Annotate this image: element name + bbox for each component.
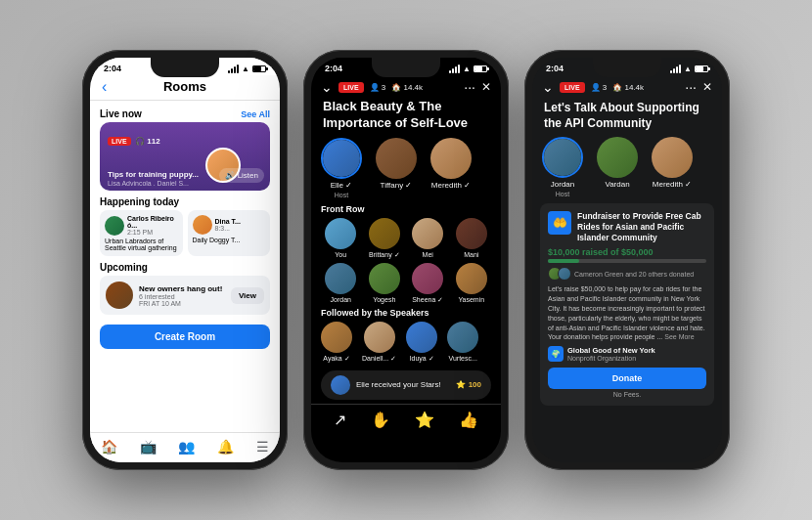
see-more-link[interactable]: See More bbox=[664, 333, 694, 340]
close-button-2[interactable]: ✕ bbox=[481, 80, 491, 94]
speaker-meredith-3[interactable]: Meredith ✓ bbox=[652, 137, 693, 197]
today-name-1: Dina T... bbox=[215, 218, 266, 225]
upcoming-title: New owners hang out! bbox=[139, 284, 225, 293]
nav-menu-icon[interactable]: ☰ bbox=[256, 439, 269, 455]
front-row-you[interactable]: You bbox=[321, 218, 361, 259]
followed-daniell[interactable]: Daniell... ✓ bbox=[362, 322, 396, 363]
today-card-0[interactable]: Carlos Ribeiro ó... 2:15 PM Urban Labrad… bbox=[100, 210, 183, 256]
today-time-0: 2:15 PM bbox=[127, 229, 178, 236]
front-row-avatar-you bbox=[325, 218, 356, 249]
notif-text: Elle received your Stars! bbox=[356, 380, 450, 389]
live-now-card[interactable]: LIVE 🎧 112 Tips for training puppy... Li… bbox=[100, 122, 270, 191]
upcoming-card[interactable]: New owners hang out! 6 interested FRI AT… bbox=[100, 276, 270, 315]
nav-home-icon[interactable]: 🏠 bbox=[101, 439, 117, 455]
speaker-avatar-meredith-3 bbox=[652, 137, 693, 178]
more-button-3[interactable]: ··· bbox=[685, 79, 697, 95]
front-row-avatar-mani bbox=[456, 218, 487, 249]
front-row-name-mani: Mani bbox=[464, 251, 478, 258]
happening-today-label: Happening today bbox=[100, 196, 179, 207]
donor-text: Cameron Green and 20 others donated bbox=[574, 271, 694, 278]
see-all-button[interactable]: See All bbox=[241, 109, 270, 119]
status-icons-2: ▲ bbox=[449, 65, 487, 73]
front-row-name-yasemin: Yasemin bbox=[458, 296, 484, 303]
like-icon[interactable]: 👍 bbox=[459, 411, 478, 429]
front-row-grid: You Brittany ✓ Mei Mani bbox=[321, 218, 491, 304]
followed-section: Followed by the Speakers Ayaka ✓ Daniell… bbox=[311, 308, 501, 367]
happening-today-cards: Carlos Ribeiro ó... 2:15 PM Urban Labrad… bbox=[100, 210, 270, 256]
star-notification: Elle received your Stars! ⭐ 100 bbox=[321, 370, 491, 400]
speaker-meredith[interactable]: Meredith ✓ bbox=[430, 138, 472, 198]
back-button-1[interactable]: ‹ bbox=[102, 78, 107, 96]
notch-2 bbox=[372, 58, 440, 77]
front-row-yogesh[interactable]: Yogesh bbox=[365, 263, 405, 304]
nav-people-icon[interactable]: 👥 bbox=[178, 439, 195, 455]
followed-avatar-daniell bbox=[364, 322, 395, 353]
speaker-avatar-vardan-3 bbox=[597, 137, 638, 178]
speakers-section: Elle ✓ Host Tiffany ✓ bbox=[311, 138, 501, 204]
nav-bell-icon[interactable]: 🔔 bbox=[217, 439, 234, 455]
live-room-title-2: Black Beauty & The Importance of Self-Lo… bbox=[311, 99, 501, 138]
front-row-brittany[interactable]: Brittany ✓ bbox=[365, 218, 405, 259]
followed-vurtesc[interactable]: Vurtesc... bbox=[447, 322, 478, 363]
back-chevron-2[interactable]: ⌄ bbox=[321, 79, 333, 95]
org-info: Global Good of New York Nonprofit Organi… bbox=[567, 346, 655, 362]
listen-button[interactable]: 🔊 Listen bbox=[219, 168, 264, 183]
today-info-1: Dina T... 8:3... bbox=[215, 218, 266, 232]
more-button-2[interactable]: ··· bbox=[464, 79, 475, 95]
front-row-name-brittany: Brittany ✓ bbox=[369, 251, 400, 259]
fundraiser-icon: 🤲 bbox=[548, 211, 571, 235]
close-button-3[interactable]: ✕ bbox=[702, 80, 712, 94]
today-card-1[interactable]: Dina T... 8:3... Daily Doggy T... bbox=[188, 210, 271, 256]
hand-icon[interactable]: ✋ bbox=[371, 411, 390, 429]
live-stat-people: 👤 3 bbox=[370, 83, 386, 92]
star-action-icon[interactable]: ⭐ bbox=[415, 411, 434, 429]
followed-name-iduya: Iduya ✓ bbox=[410, 355, 434, 363]
today-name-0: Carlos Ribeiro ó... bbox=[127, 215, 178, 229]
wifi-icon-3: ▲ bbox=[684, 65, 692, 73]
front-row-mei[interactable]: Mei bbox=[408, 218, 448, 259]
speaker-name-meredith-3: Meredith ✓ bbox=[653, 180, 692, 189]
followed-ayaka[interactable]: Ayaka ✓ bbox=[321, 322, 352, 363]
donate-button[interactable]: Donate bbox=[548, 368, 706, 389]
org-icon: 🌍 bbox=[548, 346, 564, 362]
speaker-name-tiffany: Tiffany ✓ bbox=[381, 181, 413, 190]
front-row-avatar-jordan bbox=[325, 263, 356, 294]
share-icon[interactable]: ↗ bbox=[334, 411, 346, 429]
create-room-button[interactable]: Create Room bbox=[100, 325, 270, 349]
front-row-avatar-yogesh bbox=[369, 263, 400, 294]
upcoming-info: New owners hang out! 6 interested FRI AT… bbox=[139, 284, 225, 307]
donor-avatars bbox=[548, 267, 571, 281]
front-row-title: Front Row bbox=[321, 204, 491, 214]
status-icons-1: ▲ bbox=[228, 65, 266, 73]
phone-3: 2:04 ▲ ⌄ LIVE 👤 3 🏠 14.4k ··· bbox=[524, 50, 730, 470]
speaker-elle[interactable]: Elle ✓ Host bbox=[321, 138, 362, 198]
speaker-jordan-3[interactable]: Jordan Host bbox=[542, 137, 583, 197]
rooms-header: ‹ Rooms bbox=[90, 75, 280, 101]
speaker-name-meredith: Meredith ✓ bbox=[431, 181, 471, 190]
front-row-yasemin[interactable]: Yasemin bbox=[452, 263, 492, 304]
front-row-name-sheena: Sheena ✓ bbox=[412, 296, 443, 304]
back-chevron-3[interactable]: ⌄ bbox=[542, 79, 554, 95]
front-row-mani[interactable]: Mani bbox=[452, 218, 492, 259]
view-button[interactable]: View bbox=[231, 287, 264, 304]
nav-video-icon[interactable]: 📺 bbox=[140, 439, 157, 455]
wifi-icon-1: ▲ bbox=[242, 65, 249, 73]
live-room-header-3: ⌄ LIVE 👤 3 🏠 14.4k ··· ✕ bbox=[532, 75, 722, 99]
followed-title: Followed by the Speakers bbox=[321, 308, 491, 318]
speaker-tiffany[interactable]: Tiffany ✓ bbox=[376, 138, 417, 198]
phone-1: 2:04 ▲ ‹ Rooms bbox=[82, 50, 288, 470]
live-room-header: ⌄ LIVE 👤 3 🏠 14.4k ··· ✕ bbox=[311, 75, 501, 99]
speaker-name-elle: Elle ✓ bbox=[331, 181, 353, 190]
speaker-name-jordan-3: Jordan bbox=[551, 180, 574, 189]
signal-icon-3 bbox=[670, 65, 681, 73]
front-row-jordan[interactable]: Jordan bbox=[321, 263, 361, 304]
live-now-label: Live now bbox=[100, 108, 142, 119]
upcoming-meta: 6 interested FRI AT 10 AM bbox=[139, 293, 225, 307]
followed-iduya[interactable]: Iduya ✓ bbox=[406, 322, 437, 363]
speaker-avatar-tiffany bbox=[376, 138, 417, 179]
speaker-vardan-3[interactable]: Vardan bbox=[597, 137, 638, 197]
front-row-sheena[interactable]: Sheena ✓ bbox=[408, 263, 448, 304]
upcoming-header: Upcoming bbox=[100, 262, 270, 273]
today-avatar-1 bbox=[193, 215, 212, 235]
front-row-avatar-mei bbox=[412, 218, 443, 249]
